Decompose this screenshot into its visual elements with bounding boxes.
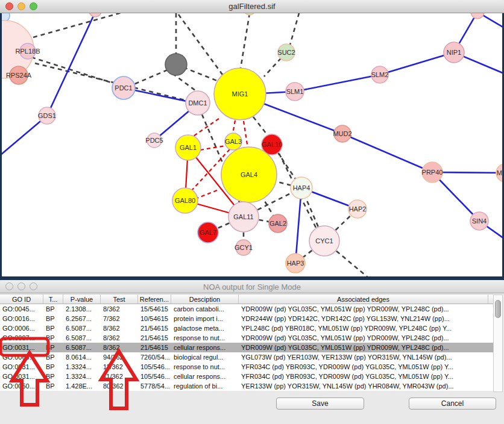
vertical-scrollbar[interactable] bbox=[493, 295, 503, 392]
table-cell: response to nut... bbox=[171, 362, 239, 372]
table-cell: 1.3324... bbox=[63, 372, 101, 381]
node-label: NIP1 bbox=[447, 49, 461, 56]
node-label: HAP2 bbox=[349, 205, 367, 213]
table-row[interactable]: GO:0031...BP6.5087...8/36221/54615cellul… bbox=[0, 343, 493, 352]
edge bbox=[197, 190, 217, 198]
node-label: SUC2 bbox=[277, 49, 295, 56]
table-cell: protein import i... bbox=[171, 314, 239, 323]
edge bbox=[233, 120, 235, 134]
screen: galFiltered.sif RPL18BRPS24AGDS1PDC1DMC1… bbox=[0, 0, 504, 424]
node-label: CYC1 bbox=[315, 237, 333, 245]
network-titlebar[interactable]: galFiltered.sif bbox=[0, 0, 504, 13]
node-label: GAL7 bbox=[200, 229, 216, 236]
node-label: HAP3 bbox=[287, 260, 304, 267]
table-row[interactable]: GO:0007...BP6.5087...8/36221/54615respon… bbox=[0, 333, 493, 343]
table-cell: 10/54615 bbox=[138, 314, 171, 323]
table-row[interactable]: GO:0031...BP1.3324...11/362105/546...cel… bbox=[0, 372, 493, 381]
column-header[interactable]: Referen... bbox=[138, 295, 171, 304]
edge bbox=[380, 52, 454, 75]
node-label: GAL3 bbox=[225, 138, 242, 145]
table-cell: BP bbox=[43, 372, 63, 381]
table-cell: GO:0045... bbox=[0, 304, 43, 314]
table-cell: 15/54615 bbox=[138, 304, 171, 314]
noa-window: NOA output for Single Mode GO IDT...P-va… bbox=[0, 280, 504, 424]
table-cell: 8.0614... bbox=[63, 352, 101, 362]
table-cell: 7/362 bbox=[101, 314, 138, 323]
table-cell: 21/54615 bbox=[138, 343, 171, 352]
table-cell: 8/362 bbox=[101, 343, 138, 352]
table-cell: BP bbox=[43, 352, 63, 362]
noa-titlebar[interactable]: NOA output for Single Mode bbox=[0, 280, 504, 293]
node-label: GCY1 bbox=[235, 244, 253, 251]
table-row[interactable]: GO:0050...BP1.428E...80/3625778/54...reg… bbox=[0, 381, 493, 391]
table-cell: galactose meta... bbox=[171, 323, 239, 333]
table-cell: carbon cataboli... bbox=[171, 304, 239, 314]
column-header[interactable]: Associated edges bbox=[239, 295, 488, 304]
node-green-top[interactable] bbox=[244, 13, 255, 15]
network-canvas[interactable]: RPL18BRPS24AGDS1PDC1DMC1MIG1SUC2SLM1SLM2… bbox=[0, 13, 504, 280]
table-cell: 8/362 bbox=[101, 304, 138, 314]
table-cell: 6.2567... bbox=[63, 314, 101, 323]
table-cell: 6.5087... bbox=[63, 343, 101, 352]
table-cell: response to nut... bbox=[171, 333, 239, 343]
node-label: GAL4 bbox=[241, 171, 257, 178]
table-cell: 94/362 bbox=[101, 352, 138, 362]
table-row[interactable]: GO:0031...BP1.3324...11/362105/546...res… bbox=[0, 362, 493, 372]
network-window: galFiltered.sif RPL18BRPS24AGDS1PDC1DMC1… bbox=[0, 0, 504, 280]
node-label: GAL11 bbox=[233, 213, 253, 220]
table-cell: BP bbox=[43, 381, 63, 391]
cancel-button[interactable]: Cancel bbox=[409, 398, 496, 410]
edge bbox=[241, 13, 250, 69]
edge bbox=[432, 172, 504, 173]
save-button[interactable]: Save bbox=[276, 398, 364, 410]
column-header[interactable]: Desciption bbox=[171, 295, 239, 304]
table-cell: GO:0050... bbox=[0, 381, 43, 391]
table-cell: YGL073W (pd) YER103W, YER133W (pp) YOR31… bbox=[239, 352, 488, 362]
table-cell: BP bbox=[43, 314, 63, 323]
table-cell: 6.5087... bbox=[63, 333, 101, 343]
node-label: PDC1 bbox=[115, 84, 132, 92]
table-cell: 1.428E... bbox=[63, 381, 101, 391]
column-header[interactable]: GO ID bbox=[0, 295, 43, 304]
table-cell: BP bbox=[43, 333, 63, 343]
node-label: RPL18B bbox=[16, 48, 40, 55]
table-cell: 21/54615 bbox=[138, 323, 171, 333]
table-row[interactable]: GO:0006...BP6.5087...8/36221/54615galact… bbox=[0, 323, 493, 333]
node-label: GAL10 bbox=[262, 141, 282, 148]
column-header[interactable]: Test bbox=[101, 295, 138, 304]
table-cell: 21/54615 bbox=[138, 333, 171, 343]
scrollbar-thumb[interactable] bbox=[495, 300, 501, 318]
node-label: GAL1 bbox=[180, 144, 197, 151]
table-row[interactable]: GO:0016...BP6.2567...7/36210/54615protei… bbox=[0, 314, 493, 323]
edge bbox=[295, 188, 301, 263]
table-cell: GO:0031... bbox=[0, 343, 43, 352]
table-header: GO IDT...P-valueTestReferen...Desciption… bbox=[0, 294, 493, 304]
node-gray-node[interactable] bbox=[165, 54, 187, 75]
table-row[interactable]: GO:0045...BP2.1308...8/36215/54615carbon… bbox=[0, 304, 493, 314]
node-label: GAL80 bbox=[175, 197, 195, 204]
edge bbox=[289, 13, 299, 47]
edge bbox=[33, 13, 124, 37]
edge bbox=[192, 119, 219, 137]
table-cell: GO:0031... bbox=[0, 362, 43, 372]
edge bbox=[200, 146, 225, 150]
table-cell: YER133W (pp) YOR315W, YNL145W (pd) YHR08… bbox=[239, 381, 488, 391]
node-label: GAL2 bbox=[269, 220, 286, 227]
node-label: GDS1 bbox=[38, 112, 56, 119]
node-tr-pink[interactable] bbox=[471, 13, 484, 19]
table-cell: YFR034C (pd) YBR093C, YDR009W (pd) YGL03… bbox=[239, 372, 488, 381]
edge bbox=[295, 75, 380, 92]
edge bbox=[342, 134, 432, 172]
node-label: PRP40 bbox=[422, 169, 443, 176]
table-cell: 2.1308... bbox=[63, 304, 101, 314]
node-top-pink[interactable] bbox=[89, 13, 101, 17]
network-svg: RPL18BRPS24AGDS1PDC1DMC1MIG1SUC2SLM1SLM2… bbox=[0, 13, 504, 280]
table-cell: GO:0016... bbox=[0, 314, 43, 323]
table-row[interactable]: GO:0065...BP8.0614...94/3627260/54...bio… bbox=[0, 352, 493, 362]
column-header[interactable]: P-value bbox=[63, 295, 101, 304]
edge bbox=[35, 63, 187, 101]
column-header[interactable]: T... bbox=[43, 295, 63, 304]
node-label: HAP4 bbox=[293, 184, 310, 192]
table-cell: YDR244W (pp) YDR142C, YDR142C (pp) YGL15… bbox=[239, 314, 488, 323]
table-cell: cellular respons... bbox=[171, 343, 239, 352]
